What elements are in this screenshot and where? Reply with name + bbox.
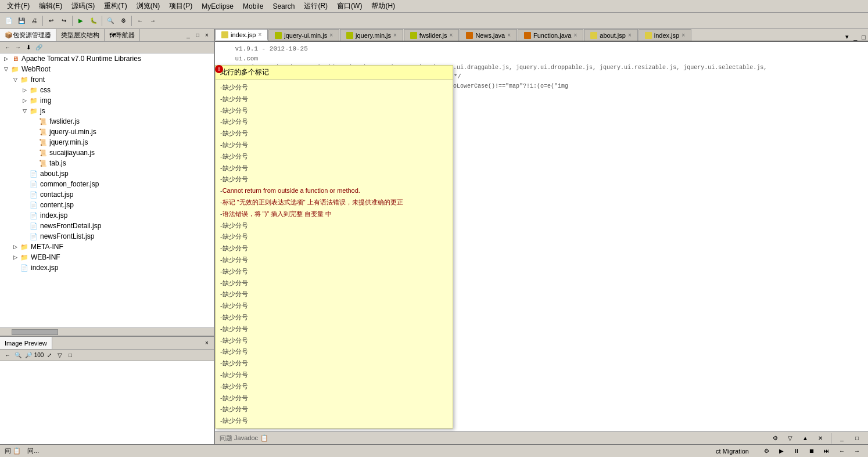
problems-clear-btn[interactable]: ✕: [815, 433, 826, 444]
toolbar-back-btn[interactable]: ←: [134, 15, 146, 27]
tree-toggle-css[interactable]: ▷: [21, 87, 28, 93]
bottom-maximize-btn[interactable]: □: [851, 433, 863, 444]
toolbar-forward-btn[interactable]: →: [147, 15, 159, 27]
img-btn2[interactable]: 🔍: [13, 351, 23, 360]
tab-about-jsp[interactable]: about.jsp ×: [584, 29, 638, 41]
status-btn5[interactable]: ⏭: [821, 445, 833, 457]
tree-item-index-front-jsp[interactable]: 📄 index.jsp: [0, 210, 214, 221]
tab-jqueryui-min-close[interactable]: ×: [329, 32, 333, 38]
tree-link-btn[interactable]: 🔗: [34, 43, 44, 52]
problems-expand-btn[interactable]: ▲: [799, 433, 811, 444]
tab-fwslider-close[interactable]: ×: [450, 32, 453, 38]
menu-mobile[interactable]: Mobile: [238, 1, 268, 12]
tree-forward-btn[interactable]: →: [13, 43, 23, 52]
tab-fwslider[interactable]: fwslider.js ×: [404, 29, 460, 41]
tree-item-root-index-jsp[interactable]: 📄 index.jsp: [0, 262, 214, 273]
left-panel-minimize-btn[interactable]: _: [184, 31, 193, 40]
tree-item-tab[interactable]: 📜 tab.js: [0, 158, 214, 168]
img-btn4[interactable]: 100: [34, 351, 44, 360]
bottom-minimize-btn[interactable]: _: [836, 433, 848, 444]
tab-index-jsp2-close[interactable]: ×: [682, 32, 685, 38]
tree-item-webinf[interactable]: ▷ 📁 WEB-INF: [0, 252, 214, 262]
tree-item-css[interactable]: ▷ 📁 css: [0, 85, 214, 95]
tab-news-java[interactable]: News.java ×: [460, 29, 517, 41]
problems-filter-btn[interactable]: ⚙: [769, 433, 781, 444]
tree-item-footer-jsp[interactable]: 📄 common_footer.jsp: [0, 179, 214, 189]
tab-image-preview[interactable]: Image Preview: [0, 337, 52, 349]
status-btn6[interactable]: ←: [836, 445, 848, 457]
tree-item-contact-jsp[interactable]: 📄 contact.jsp: [0, 189, 214, 200]
tab-index-jsp2[interactable]: index.jsp ×: [639, 29, 691, 41]
menu-edit[interactable]: 编辑(E): [34, 0, 67, 12]
toolbar-debug-btn[interactable]: 🐛: [88, 15, 99, 27]
menu-window[interactable]: 窗口(W): [332, 0, 367, 12]
tab-jquerymin[interactable]: jquery.min.js ×: [340, 29, 403, 41]
tab-function-java[interactable]: Function.java ×: [518, 29, 583, 41]
tree-collapse-all-btn[interactable]: ⬇: [24, 43, 33, 52]
tree-toggle-front[interactable]: ▽: [12, 76, 19, 83]
tree-item-metainf[interactable]: ▷ 📁 META-INF: [0, 242, 214, 252]
status-btn1[interactable]: ⚙: [761, 445, 772, 457]
status-btn4[interactable]: ⏹: [806, 445, 817, 457]
toolbar-new-btn[interactable]: 📄: [3, 15, 15, 27]
img-btn3[interactable]: 🔎: [24, 351, 33, 360]
problems-tab-btn[interactable]: 问 📋: [5, 447, 21, 454]
left-panel-collapse-btn[interactable]: ×: [202, 31, 211, 40]
tree-item-front[interactable]: ▽ 📁 front: [0, 74, 214, 85]
tree-hscrollbar[interactable]: [0, 328, 214, 336]
menu-project[interactable]: 项目(P): [164, 0, 197, 12]
tree-toggle-metainf[interactable]: ▷: [12, 243, 19, 250]
menu-navigate[interactable]: 浏览(N): [132, 0, 165, 12]
editor-maximize-btn[interactable]: □: [859, 34, 868, 41]
tab-type-hierarchy[interactable]: 类型层次结构: [56, 29, 105, 41]
img-maximize[interactable]: □: [66, 351, 75, 360]
tab-index-jsp[interactable]: index.jsp ×: [215, 29, 268, 41]
menu-file[interactable]: 文件(F): [2, 0, 34, 12]
tab-about-jsp-close[interactable]: ×: [628, 32, 632, 38]
tree-item-newsdetail-jsp[interactable]: 📄 newsFrontDetail.jsp: [0, 221, 214, 231]
left-panel-maximize-btn[interactable]: □: [193, 31, 202, 40]
tree-item-jqueryui[interactable]: 📜 jquery-ui.min.js: [0, 127, 214, 137]
image-preview-collapse[interactable]: ×: [202, 339, 211, 348]
menu-run[interactable]: 运行(R): [299, 0, 332, 12]
tree-item-content-jsp[interactable]: 📄 content.jsp: [0, 200, 214, 210]
tab-index-jsp-close[interactable]: ×: [258, 31, 261, 38]
tree-item-sucai[interactable]: 📜 sucaijiayuan.js: [0, 147, 214, 158]
editor-minimize-btn[interactable]: _: [851, 34, 859, 41]
status-btn2[interactable]: ▶: [776, 445, 787, 457]
tab-package-explorer[interactable]: 📦 包资源管理器: [0, 29, 56, 41]
tab-overflow-btn[interactable]: ▾: [843, 33, 851, 41]
tree-item-newslist-jsp[interactable]: 📄 newsFrontList.jsp: [0, 231, 214, 242]
tab-news-java-close[interactable]: ×: [507, 32, 511, 38]
javadoc-tab-btn[interactable]: 问...: [27, 447, 39, 454]
toolbar-run-btn[interactable]: ▶: [75, 15, 87, 27]
tree-toggle-tomcat[interactable]: ▷: [2, 55, 9, 62]
toolbar-save-btn[interactable]: 💾: [16, 15, 27, 27]
toolbar-print-btn[interactable]: 🖨: [28, 15, 40, 27]
problems-collapse-btn[interactable]: ▽: [784, 433, 796, 444]
menu-refactor[interactable]: 重构(T): [99, 0, 131, 12]
tree-item-webroot[interactable]: ▽ 📁 WebRoot: [0, 64, 214, 74]
tab-jquerymin-close[interactable]: ×: [393, 32, 397, 38]
tree-toggle-webroot[interactable]: ▽: [2, 66, 9, 73]
img-btn1[interactable]: ←: [3, 351, 12, 360]
status-btn3[interactable]: ⏸: [791, 445, 802, 457]
toolbar-undo-btn[interactable]: ↩: [45, 15, 57, 27]
menu-source[interactable]: 源码(S): [67, 0, 99, 12]
img-btn5[interactable]: ⤢: [45, 351, 54, 360]
tree-item-about-jsp[interactable]: 📄 about.jsp: [0, 168, 214, 179]
toolbar-search-btn[interactable]: 🔍: [105, 15, 116, 27]
tree-item-jquerymin[interactable]: 📜 jquery.min.js: [0, 137, 214, 147]
toolbar-ref-btn[interactable]: ⚙: [117, 15, 129, 27]
tab-jqueryui-min[interactable]: jquery-ui.min.js ×: [268, 29, 339, 41]
tree-item-img[interactable]: ▷ 📁 img: [0, 95, 214, 106]
menu-search[interactable]: Search: [268, 1, 299, 12]
tree-toggle-img[interactable]: ▷: [21, 97, 28, 104]
menu-myeclipse[interactable]: MyEclipse: [197, 1, 238, 12]
tree-toggle-js-folder[interactable]: ▽: [21, 107, 28, 114]
tree-item-tomcat[interactable]: ▷ 🖥 Apache Tomcat v7.0 Runtime Libraries: [0, 53, 214, 64]
toolbar-redo-btn[interactable]: ↪: [58, 15, 70, 27]
tab-navigator[interactable]: 🗺 导航器: [105, 29, 140, 41]
hscroll-thumb[interactable]: [12, 329, 58, 335]
tree-item-fwslider[interactable]: 📜 fwslider.js: [0, 116, 214, 127]
